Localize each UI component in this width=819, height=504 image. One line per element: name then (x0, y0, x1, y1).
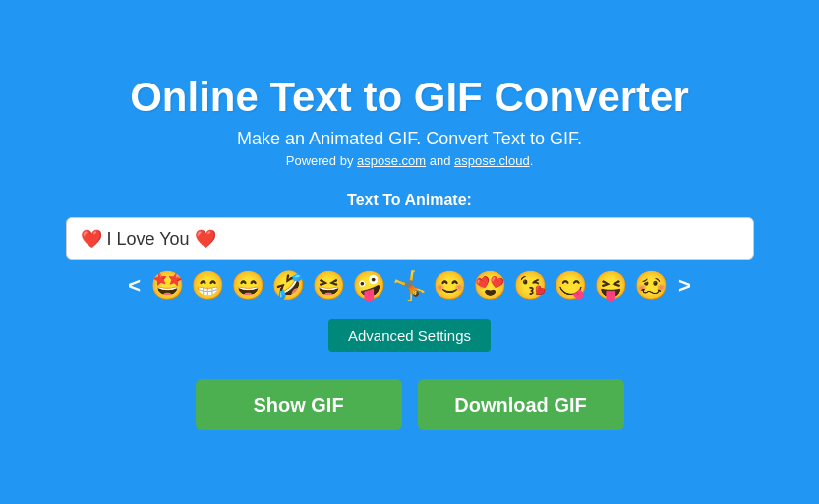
show-gif-button[interactable]: Show GIF (196, 379, 402, 430)
emoji-7[interactable]: 🤸 (392, 272, 427, 300)
powered-by: Powered by aspose.com and aspose.cloud. (130, 153, 689, 168)
powered-by-suffix: . (530, 153, 534, 168)
emoji-4[interactable]: 🤣 (271, 272, 306, 300)
text-label: Text To Animate: (347, 192, 472, 209)
aspose-com-link[interactable]: aspose.com (357, 153, 426, 168)
emoji-6[interactable]: 🤪 (352, 272, 386, 300)
subtitle: Make an Animated GIF. Convert Text to GI… (130, 129, 689, 149)
content-section: Text To Animate: < 🤩 😁 😄 🤣 😆 🤪 🤸 😊 😍 😘 😋… (66, 192, 754, 430)
emoji-1[interactable]: 🤩 (150, 272, 185, 300)
page-title: Online Text to GIF Converter (130, 74, 689, 121)
download-gif-button[interactable]: Download GIF (418, 379, 624, 430)
action-buttons: Show GIF Download GIF (196, 379, 624, 430)
powered-by-and: and (426, 153, 454, 168)
emoji-5[interactable]: 😆 (312, 272, 346, 300)
emoji-2[interactable]: 😁 (191, 272, 225, 300)
emoji-next-button[interactable]: > (674, 273, 695, 299)
advanced-settings-button[interactable]: Advanced Settings (328, 319, 491, 352)
emoji-12[interactable]: 😝 (594, 272, 628, 300)
emoji-11[interactable]: 😋 (554, 272, 588, 300)
emoji-3[interactable]: 😄 (231, 272, 265, 300)
text-input[interactable] (66, 217, 754, 260)
emoji-13[interactable]: 🥴 (634, 272, 669, 300)
header-section: Online Text to GIF Converter Make an Ani… (130, 74, 689, 168)
emoji-prev-button[interactable]: < (124, 273, 145, 299)
emoji-9[interactable]: 😍 (473, 272, 507, 300)
emoji-row: < 🤩 😁 😄 🤣 😆 🤪 🤸 😊 😍 😘 😋 😝 🥴 > (66, 272, 754, 300)
emoji-8[interactable]: 😊 (433, 272, 467, 300)
emoji-10[interactable]: 😘 (513, 272, 548, 300)
powered-by-prefix: Powered by (286, 153, 357, 168)
aspose-cloud-link[interactable]: aspose.cloud (454, 153, 530, 168)
